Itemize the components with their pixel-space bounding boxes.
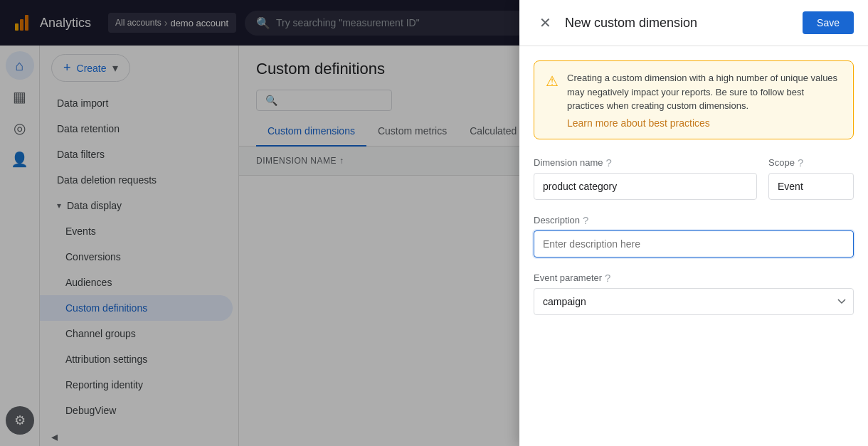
panel-title: New custom dimension (565, 16, 794, 31)
form-group-dimension-name: Dimension name ? (534, 156, 757, 200)
dimension-name-label: Dimension name ? (534, 156, 757, 169)
panel-header: ✕ New custom dimension Save (519, 0, 868, 46)
warning-icon: ⚠ (546, 73, 559, 129)
form-row-event-parameter: Event parameter ? campaign page_location… (534, 272, 854, 315)
form-group-scope: Scope ? (768, 156, 854, 200)
form-group-description: Description ? (534, 214, 854, 257)
description-help-icon[interactable]: ? (583, 214, 588, 226)
warning-content: Creating a custom dimension with a high … (567, 71, 842, 129)
event-parameter-select[interactable]: campaign page_location page_title screen… (534, 288, 854, 315)
scope-input[interactable] (768, 173, 854, 200)
warning-text: Creating a custom dimension with a high … (567, 73, 837, 111)
description-label: Description ? (534, 214, 854, 226)
scope-help-icon[interactable]: ? (798, 156, 803, 169)
warning-box: ⚠ Creating a custom dimension with a hig… (534, 60, 854, 139)
dimension-name-input[interactable] (534, 173, 757, 200)
form-group-event-parameter: Event parameter ? campaign page_location… (534, 272, 854, 315)
event-parameter-help-icon[interactable]: ? (605, 272, 610, 284)
panel-close-button[interactable]: ✕ (534, 11, 556, 34)
dimension-name-help-icon[interactable]: ? (606, 156, 612, 169)
warning-learn-more-link[interactable]: Learn more about best practices (567, 117, 842, 129)
panel-save-button[interactable]: Save (803, 11, 854, 34)
form-row-description: Description ? (534, 214, 854, 257)
new-custom-dimension-panel: ✕ New custom dimension Save ⚠ Creating a… (519, 0, 868, 446)
description-input[interactable] (534, 230, 854, 257)
panel-body: ⚠ Creating a custom dimension with a hig… (519, 46, 868, 446)
form-row-name-scope: Dimension name ? Scope ? (534, 156, 854, 200)
event-parameter-label: Event parameter ? (534, 272, 854, 284)
scope-label: Scope ? (768, 156, 854, 169)
